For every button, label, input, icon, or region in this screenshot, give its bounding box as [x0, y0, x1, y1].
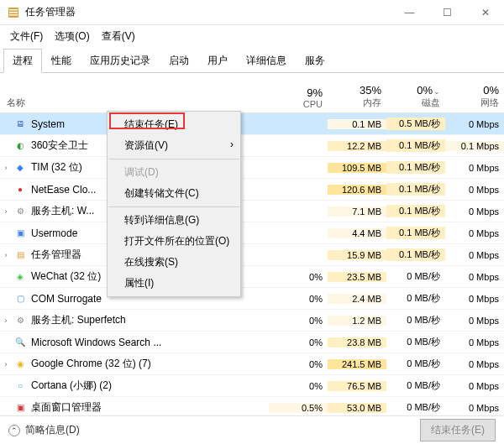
disk-cell: 0.1 MB/秒: [386, 227, 445, 239]
memory-cell: 15.9 MB: [328, 250, 386, 260]
network-cell: 0 Mbps: [445, 228, 504, 238]
expand-icon[interactable]: ›: [0, 207, 12, 216]
process-row[interactable]: ●NetEase Clo...120.6 MB0.1 MB/秒0 Mbps: [0, 179, 504, 201]
tab-1[interactable]: 性能: [42, 49, 81, 73]
memory-cell: 12.2 MB: [328, 141, 386, 151]
process-row[interactable]: 🔍Microsoft Windows Search ...0%23.8 MB0 …: [0, 332, 504, 353]
cpu-cell: 0%: [269, 381, 328, 391]
network-cell: 0 Mbps: [445, 119, 504, 129]
process-icon: ▣: [13, 401, 27, 415]
app-icon: [7, 6, 20, 19]
process-name: 桌面窗口管理器: [31, 400, 102, 415]
process-icon: ◆: [13, 161, 27, 175]
cpu-cell: 0%: [269, 337, 328, 347]
tab-6[interactable]: 服务: [296, 49, 334, 73]
tab-5[interactable]: 详细信息: [237, 49, 296, 73]
process-name: WeChat (32 位): [31, 269, 101, 284]
disk-cell: 0 MB/秒: [386, 401, 445, 414]
process-row[interactable]: ◐360安全卫士12.2 MB0.1 MB/秒0.1 Mbps: [0, 135, 504, 157]
context-menu-item[interactable]: 打开文件所在的位置(O): [108, 231, 240, 252]
process-icon: ◈: [13, 270, 27, 284]
memory-cell: 76.5 MB: [328, 381, 386, 391]
disk-cell: 0 MB/秒: [386, 270, 445, 283]
process-row[interactable]: ›◆TIM (32 位)109.5 MB0.1 MB/秒0 Mbps: [0, 157, 504, 179]
disk-cell: 0.1 MB/秒: [386, 161, 445, 174]
maximize-button[interactable]: ☐: [428, 0, 466, 25]
context-menu-item[interactable]: 创建转储文件(C): [108, 183, 240, 204]
context-menu-item[interactable]: 转到详细信息(G): [108, 210, 240, 231]
process-name: System: [31, 118, 65, 130]
process-name: Microsoft Windows Search ...: [31, 337, 161, 348]
process-name: Google Chrome (32 位) (7): [31, 357, 151, 371]
process-name: Cortana (小娜) (2): [31, 379, 112, 393]
network-cell: 0.1 Mbps: [445, 141, 504, 151]
process-icon: ▤: [13, 248, 27, 262]
svg-rect-2: [9, 12, 18, 13]
context-menu-item[interactable]: 在线搜索(S): [108, 252, 240, 273]
memory-cell: 53.0 MB: [328, 403, 386, 413]
fewer-details-link[interactable]: ⌃ 简略信息(D): [8, 423, 420, 437]
process-icon: ▢: [13, 292, 27, 306]
memory-cell: 23.5 MB: [328, 272, 386, 282]
network-cell: 0 Mbps: [445, 250, 504, 260]
cpu-cell: 0%: [269, 272, 328, 282]
process-row[interactable]: ›◉Google Chrome (32 位) (7)0%241.5 MB0 MB…: [0, 353, 504, 375]
menu-options[interactable]: 选项(O): [50, 27, 94, 46]
process-icon: ⚙: [13, 314, 27, 327]
expand-icon[interactable]: ›: [0, 251, 12, 259]
memory-cell: 2.4 MB: [328, 294, 386, 304]
disk-cell: 0.1 MB/秒: [386, 205, 445, 217]
process-row[interactable]: ◈WeChat (32 位)0%23.5 MB0 MB/秒0 Mbps: [0, 266, 504, 288]
tab-3[interactable]: 启动: [160, 49, 198, 73]
column-disk[interactable]: 0%磁盘: [386, 82, 445, 112]
process-row[interactable]: ○Cortana (小娜) (2)0%76.5 MB0 MB/秒0 Mbps: [0, 375, 504, 397]
close-button[interactable]: ✕: [466, 0, 504, 25]
process-row[interactable]: ›⚙服务主机: Superfetch0%1.2 MB0 MB/秒0 Mbps: [0, 310, 504, 332]
column-name[interactable]: 名称: [0, 93, 269, 112]
disk-cell: 0.5 MB/秒: [386, 118, 445, 130]
menu-view[interactable]: 查看(V): [97, 27, 140, 46]
memory-cell: 4.4 MB: [328, 228, 386, 238]
process-row[interactable]: ▢COM Surrogate0%2.4 MB0 MB/秒0 Mbps: [0, 288, 504, 310]
end-task-button[interactable]: 结束任务(E): [420, 419, 496, 441]
process-icon: 🔍: [13, 336, 27, 349]
tab-4[interactable]: 用户: [198, 49, 237, 73]
process-name: COM Surrogate: [31, 293, 102, 305]
network-cell: 0 Mbps: [445, 294, 504, 304]
context-menu-item[interactable]: 属性(I): [108, 273, 240, 294]
network-cell: 0 Mbps: [445, 316, 504, 326]
tab-0[interactable]: 进程: [3, 49, 42, 73]
process-row[interactable]: ›▤任务管理器15.9 MB0.1 MB/秒0 Mbps: [0, 244, 504, 266]
column-memory[interactable]: 35%内存: [328, 82, 386, 112]
expand-icon[interactable]: ›: [0, 360, 12, 368]
context-menu-item[interactable]: 结束任务(E): [108, 114, 240, 135]
network-cell: 0 Mbps: [445, 403, 504, 413]
network-cell: 0 Mbps: [445, 359, 504, 369]
context-menu-item[interactable]: 资源值(V): [108, 135, 240, 156]
context-menu-item: 调试(D): [108, 162, 240, 183]
window-title: 任务管理器: [25, 5, 391, 19]
memory-cell: 120.6 MB: [328, 185, 386, 195]
process-row[interactable]: ›⚙服务主机: W...7.1 MB0.1 MB/秒0 Mbps: [0, 201, 504, 222]
process-row[interactable]: 🖥System0.1 MB0.5 MB/秒0 Mbps: [0, 113, 504, 135]
minimize-button[interactable]: —: [391, 0, 428, 25]
process-row[interactable]: ▣Usermode4.4 MB0.1 MB/秒0 Mbps: [0, 222, 504, 244]
process-icon: ◐: [13, 139, 27, 153]
network-cell: 0 Mbps: [445, 163, 504, 173]
cpu-cell: 0%: [269, 359, 328, 369]
menu-file[interactable]: 文件(F): [5, 27, 48, 46]
disk-cell: 0 MB/秒: [386, 292, 445, 305]
network-cell: 0 Mbps: [445, 206, 504, 217]
column-cpu[interactable]: 9%CPU: [269, 85, 328, 112]
memory-cell: 241.5 MB: [328, 359, 386, 369]
cpu-cell: 0%: [269, 294, 328, 304]
process-icon: 🖥: [13, 118, 27, 131]
tab-2[interactable]: 应用历史记录: [81, 49, 160, 73]
column-network[interactable]: 0%网络: [445, 82, 504, 112]
disk-cell: 0.1 MB/秒: [386, 248, 445, 261]
expand-icon[interactable]: ›: [0, 164, 12, 172]
expand-icon[interactable]: ›: [0, 316, 12, 325]
disk-cell: 0 MB/秒: [386, 358, 445, 370]
process-icon: ▣: [13, 227, 27, 240]
network-cell: 0 Mbps: [445, 337, 504, 347]
